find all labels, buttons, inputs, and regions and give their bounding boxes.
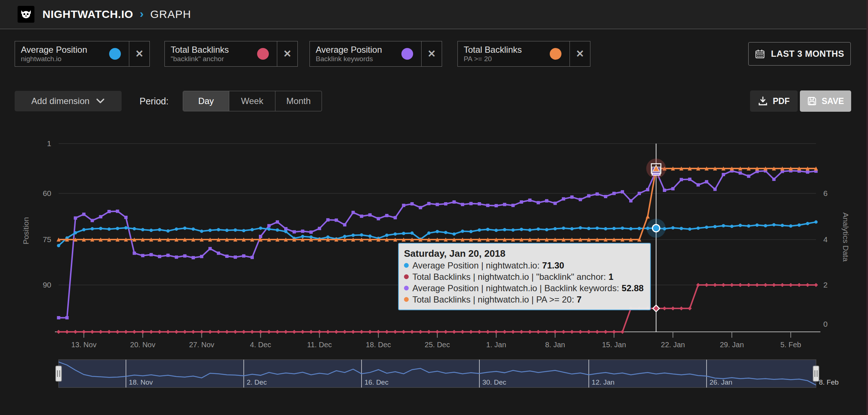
x-axis-label: 27. Nov [189,341,214,349]
y-right-axis-title: Analytics Data [842,212,850,262]
handle-grip[interactable] [813,366,819,381]
x-axis-label: 22. Jan [661,341,685,349]
series-bullet-icon [404,263,409,268]
tooltip-series-label: Total Backlinks | nightwatch.io | PA >= … [412,294,574,305]
window-edge [867,0,868,415]
navigator-area[interactable] [59,360,816,388]
tooltip-series-label: Total Backlinks | nightwatch.io | "backl… [412,271,606,282]
navigator-date-label: 26. Jan [709,378,732,386]
x-axis-label: 20. Nov [130,341,155,349]
navigator-date-label: 2. Dec [247,378,267,386]
navigator-date-label: 12. Jan [592,378,615,386]
handle-grip[interactable] [56,366,62,381]
x-axis-label: 15. Jan [602,341,626,349]
y-right-label: 2 [823,281,828,289]
y-right-label: 6 [823,189,828,197]
y-right-label: 0 [823,320,828,328]
x-axis-label: 5. Feb [780,341,801,349]
y-left-label: 60 [43,189,51,197]
x-axis-label: 18. Dec [366,341,391,349]
series-bullet-icon [404,286,409,290]
navigator-date-label: 18. Nov [129,378,153,386]
series-bullet-icon [404,274,409,279]
navigator-date-label: 30. Dec [482,378,506,386]
chart-tooltip: Saturday, Jan 20, 2018 Average Position … [398,243,651,310]
tooltip-series-value: 1 [608,271,613,282]
tooltip-row: Average Position | nightwatch.io: 71.30 [404,260,643,271]
tooltip-series-label: Average Position | nightwatch.io: [412,260,539,271]
tooltip-date: Saturday, Jan 20, 2018 [404,247,643,260]
x-axis-label: 25. Dec [425,341,450,349]
navigator-left-handle[interactable] [56,366,62,381]
tooltip-row: Total Backlinks | nightwatch.io | "backl… [404,271,643,282]
x-axis-label: 29. Jan [720,341,744,349]
tooltip-series-value: 71.30 [542,260,564,271]
navigator-end-label: 8. Feb [819,378,839,386]
x-axis-label: 4. Dec [250,341,271,349]
series-bullet-icon [404,297,409,302]
y-left-label: 90 [43,281,51,289]
x-axis-label: 1. Jan [486,341,506,349]
tooltip-series-value: 7 [577,294,582,305]
navigator-right-handle[interactable] [813,366,819,381]
navigator-date-label: 16. Dec [364,378,388,386]
y-right-label: 4 [823,235,828,244]
x-axis-label: 11. Dec [307,341,332,349]
y-left-label: 75 [43,235,51,244]
tooltip-series-label: Average Position | nightwatch.io | Backl… [412,282,619,294]
y-left-label: 1 [47,139,51,148]
y-left-axis-title: Position [22,217,30,245]
tooltip-series-value: 52.88 [622,282,643,294]
x-axis-label: 8. Jan [545,341,565,349]
tooltip-row: Average Position | nightwatch.io | Backl… [404,282,643,294]
x-axis-label: 13. Nov [71,341,96,349]
tooltip-row: Total Backlinks | nightwatch.io | PA >= … [404,294,643,305]
graph-canvas: 13. Nov20. Nov27. Nov4. Dec11. Dec18. De… [0,0,868,415]
